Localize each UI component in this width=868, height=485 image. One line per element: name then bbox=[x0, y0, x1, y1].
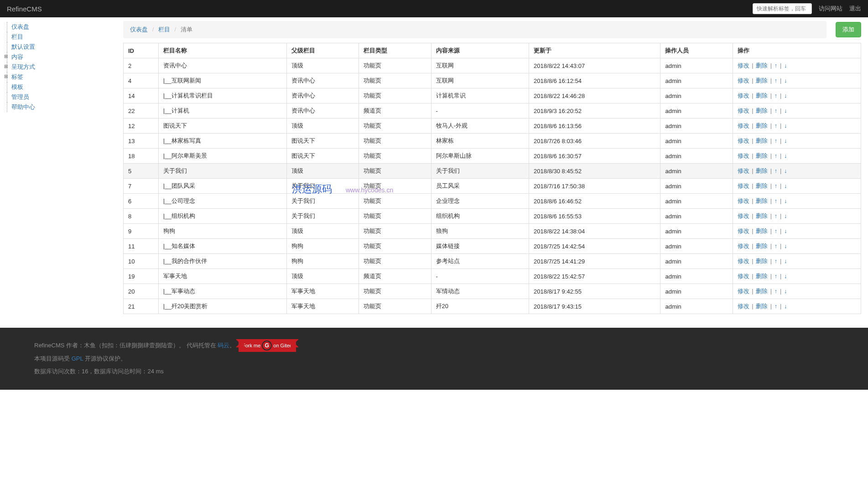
delete-link[interactable]: 删除 bbox=[756, 122, 768, 129]
sidebar-item[interactable]: 模板 bbox=[7, 82, 55, 92]
sidebar-link[interactable]: 内容 bbox=[11, 53, 23, 60]
sidebar-link[interactable]: 默认设置 bbox=[11, 43, 35, 50]
logout-link[interactable]: 退出 bbox=[849, 5, 861, 13]
breadcrumb-dashboard[interactable]: 仪表盘 bbox=[130, 26, 148, 33]
expand-icon[interactable]: ⊞ bbox=[4, 64, 8, 68]
move-up-link[interactable]: ↑ bbox=[774, 212, 778, 219]
move-up-link[interactable]: ↑ bbox=[774, 258, 778, 264]
sidebar-link[interactable]: 模板 bbox=[11, 83, 23, 90]
move-down-link[interactable]: ↓ bbox=[784, 242, 787, 249]
sidebar-item[interactable]: 栏目 bbox=[7, 32, 55, 42]
edit-link[interactable]: 修改 bbox=[738, 242, 749, 249]
edit-link[interactable]: 修改 bbox=[738, 227, 749, 234]
move-up-link[interactable]: ↑ bbox=[774, 137, 778, 144]
move-up-link[interactable]: ↑ bbox=[774, 288, 778, 294]
delete-link[interactable]: 删除 bbox=[756, 303, 768, 310]
move-up-link[interactable]: ↑ bbox=[774, 107, 778, 114]
delete-link[interactable]: 删除 bbox=[756, 92, 768, 99]
gitee-link[interactable]: 码云 bbox=[218, 342, 229, 349]
move-up-link[interactable]: ↑ bbox=[774, 242, 778, 249]
move-down-link[interactable]: ↓ bbox=[784, 137, 787, 144]
delete-link[interactable]: 删除 bbox=[756, 273, 768, 279]
move-up-link[interactable]: ↑ bbox=[774, 122, 778, 129]
delete-link[interactable]: 删除 bbox=[756, 77, 768, 84]
sidebar-item[interactable]: 默认设置 bbox=[7, 42, 55, 52]
move-down-link[interactable]: ↓ bbox=[784, 182, 787, 189]
move-down-link[interactable]: ↓ bbox=[784, 62, 787, 69]
gitee-badge[interactable]: Fork me G on Gitee bbox=[239, 339, 296, 352]
delete-link[interactable]: 删除 bbox=[756, 242, 768, 249]
move-up-link[interactable]: ↑ bbox=[774, 227, 778, 234]
search-input[interactable] bbox=[753, 3, 812, 14]
delete-link[interactable]: 删除 bbox=[756, 212, 768, 219]
move-up-link[interactable]: ↑ bbox=[774, 167, 778, 174]
delete-link[interactable]: 删除 bbox=[756, 258, 768, 264]
move-down-link[interactable]: ↓ bbox=[784, 273, 787, 279]
move-up-link[interactable]: ↑ bbox=[774, 92, 778, 99]
sidebar-link[interactable]: 栏目 bbox=[11, 33, 23, 40]
move-down-link[interactable]: ↓ bbox=[784, 107, 787, 114]
move-down-link[interactable]: ↓ bbox=[784, 167, 787, 174]
move-up-link[interactable]: ↑ bbox=[774, 62, 778, 69]
move-up-link[interactable]: ↑ bbox=[774, 303, 778, 310]
move-down-link[interactable]: ↓ bbox=[784, 288, 787, 294]
move-down-link[interactable]: ↓ bbox=[784, 227, 787, 234]
edit-link[interactable]: 修改 bbox=[738, 182, 749, 189]
move-up-link[interactable]: ↑ bbox=[774, 273, 778, 279]
edit-link[interactable]: 修改 bbox=[738, 92, 749, 99]
delete-link[interactable]: 删除 bbox=[756, 227, 768, 234]
edit-link[interactable]: 修改 bbox=[738, 122, 749, 129]
sidebar-item[interactable]: ⊞呈现方式 bbox=[7, 62, 55, 72]
edit-link[interactable]: 修改 bbox=[738, 303, 749, 310]
move-up-link[interactable]: ↑ bbox=[774, 152, 778, 159]
edit-link[interactable]: 修改 bbox=[738, 212, 749, 219]
move-up-link[interactable]: ↑ bbox=[774, 182, 778, 189]
delete-link[interactable]: 删除 bbox=[756, 107, 768, 114]
edit-link[interactable]: 修改 bbox=[738, 167, 749, 174]
sidebar-link[interactable]: 标签 bbox=[11, 73, 23, 80]
edit-link[interactable]: 修改 bbox=[738, 137, 749, 144]
sidebar-link[interactable]: 呈现方式 bbox=[11, 63, 35, 70]
sidebar-link[interactable]: 帮助中心 bbox=[11, 103, 35, 110]
gpl-link[interactable]: GPL bbox=[72, 355, 83, 362]
edit-link[interactable]: 修改 bbox=[738, 152, 749, 159]
move-down-link[interactable]: ↓ bbox=[784, 197, 787, 204]
expand-icon[interactable]: ⊞ bbox=[4, 74, 8, 78]
move-down-link[interactable]: ↓ bbox=[784, 303, 787, 310]
sidebar-link[interactable]: 仪表盘 bbox=[11, 23, 29, 30]
move-down-link[interactable]: ↓ bbox=[784, 122, 787, 129]
sidebar-item[interactable]: 仪表盘 bbox=[7, 22, 55, 32]
edit-link[interactable]: 修改 bbox=[738, 77, 749, 84]
sidebar-item[interactable]: ⊞标签 bbox=[7, 72, 55, 82]
add-button[interactable]: 添加 bbox=[836, 22, 861, 37]
move-down-link[interactable]: ↓ bbox=[784, 258, 787, 264]
sidebar-item[interactable]: ⊞内容 bbox=[7, 52, 55, 62]
visit-site-link[interactable]: 访问网站 bbox=[819, 5, 842, 13]
move-down-link[interactable]: ↓ bbox=[784, 77, 787, 84]
move-up-link[interactable]: ↑ bbox=[774, 77, 778, 84]
sidebar-item[interactable]: 帮助中心 bbox=[7, 102, 55, 112]
breadcrumb-column[interactable]: 栏目 bbox=[158, 26, 170, 33]
edit-link[interactable]: 修改 bbox=[738, 258, 749, 264]
table-header: ID bbox=[124, 43, 159, 58]
move-up-link[interactable]: ↑ bbox=[774, 197, 778, 204]
edit-link[interactable]: 修改 bbox=[738, 62, 749, 69]
delete-link[interactable]: 删除 bbox=[756, 288, 768, 294]
edit-link[interactable]: 修改 bbox=[738, 107, 749, 114]
move-down-link[interactable]: ↓ bbox=[784, 212, 787, 219]
delete-link[interactable]: 删除 bbox=[756, 182, 768, 189]
delete-link[interactable]: 删除 bbox=[756, 137, 768, 144]
move-down-link[interactable]: ↓ bbox=[784, 92, 787, 99]
move-down-link[interactable]: ↓ bbox=[784, 152, 787, 159]
sidebar-item[interactable]: 管理员 bbox=[7, 92, 55, 102]
edit-link[interactable]: 修改 bbox=[738, 197, 749, 204]
expand-icon[interactable]: ⊞ bbox=[4, 54, 8, 58]
delete-link[interactable]: 删除 bbox=[756, 197, 768, 204]
edit-link[interactable]: 修改 bbox=[738, 288, 749, 294]
edit-link[interactable]: 修改 bbox=[738, 273, 749, 279]
sidebar-link[interactable]: 管理员 bbox=[11, 93, 29, 100]
delete-link[interactable]: 删除 bbox=[756, 167, 768, 174]
cell-name: |__组织机构 bbox=[158, 209, 286, 224]
delete-link[interactable]: 删除 bbox=[756, 152, 768, 159]
delete-link[interactable]: 删除 bbox=[756, 62, 768, 69]
